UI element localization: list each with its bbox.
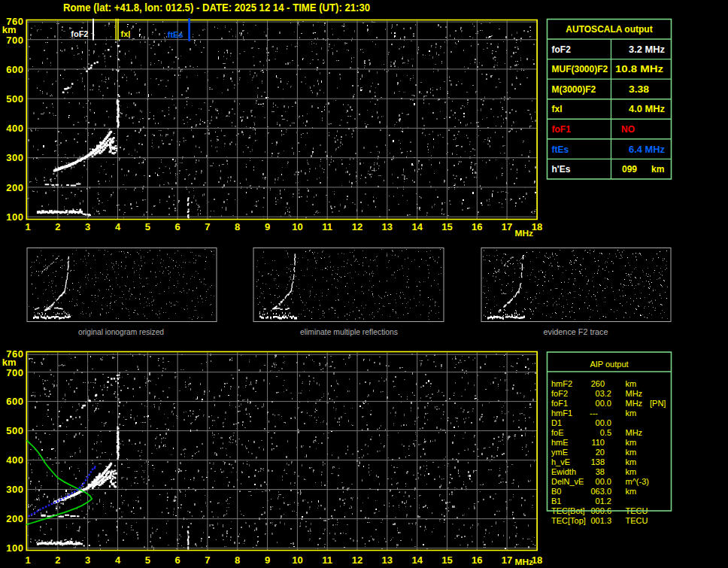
svg-text:3.2 MHz: 3.2 MHz bbox=[629, 44, 665, 55]
svg-text:foF2: foF2 bbox=[71, 29, 88, 38]
svg-text:300: 300 bbox=[6, 152, 23, 163]
svg-text:20: 20 bbox=[596, 448, 605, 457]
svg-text:MHz: MHz bbox=[515, 229, 534, 238]
svg-text:00.0: 00.0 bbox=[596, 477, 611, 486]
svg-text:200: 200 bbox=[6, 513, 23, 524]
svg-text:700: 700 bbox=[6, 35, 23, 46]
svg-text:foF2: foF2 bbox=[551, 389, 568, 398]
svg-text:3: 3 bbox=[85, 221, 90, 232]
svg-text:foF1: foF1 bbox=[552, 124, 572, 135]
svg-text:hmF2: hmF2 bbox=[551, 379, 572, 388]
svg-text:MHz: MHz bbox=[515, 558, 534, 566]
svg-text:138: 138 bbox=[591, 457, 605, 466]
svg-text:38: 38 bbox=[596, 467, 605, 476]
svg-text:6: 6 bbox=[174, 554, 180, 566]
svg-text:4: 4 bbox=[115, 221, 121, 232]
svg-text:13: 13 bbox=[382, 221, 393, 232]
svg-text:11: 11 bbox=[322, 221, 332, 232]
svg-text:300: 300 bbox=[6, 484, 23, 495]
svg-text:NO: NO bbox=[621, 124, 635, 135]
svg-text:h'Es: h'Es bbox=[552, 164, 571, 175]
svg-text:10: 10 bbox=[292, 221, 302, 232]
svg-text:MHz: MHz bbox=[626, 389, 643, 398]
svg-text:100: 100 bbox=[6, 211, 23, 223]
svg-text:01.2: 01.2 bbox=[596, 497, 611, 506]
svg-text:16: 16 bbox=[472, 221, 482, 232]
svg-text:7: 7 bbox=[205, 221, 210, 232]
svg-text:foF2: foF2 bbox=[552, 44, 572, 55]
svg-text:6: 6 bbox=[174, 221, 180, 232]
svg-text:099: 099 bbox=[622, 164, 637, 175]
svg-text:400: 400 bbox=[6, 123, 23, 134]
svg-text:7: 7 bbox=[205, 554, 210, 566]
svg-text:eliminate multiple reflections: eliminate multiple reflections bbox=[300, 327, 398, 336]
svg-text:4: 4 bbox=[115, 554, 121, 566]
svg-text:15: 15 bbox=[441, 554, 452, 566]
svg-text:110: 110 bbox=[591, 438, 605, 447]
svg-text:9: 9 bbox=[265, 554, 270, 566]
svg-text:km: km bbox=[626, 457, 637, 466]
svg-text:MUF(3000)F2: MUF(3000)F2 bbox=[552, 64, 608, 74]
svg-text:4.0 MHz: 4.0 MHz bbox=[629, 104, 665, 114]
svg-text:5: 5 bbox=[145, 221, 150, 232]
svg-text:km: km bbox=[626, 438, 637, 447]
svg-text:13: 13 bbox=[382, 554, 393, 566]
svg-text:2: 2 bbox=[55, 221, 60, 232]
svg-text:600: 600 bbox=[6, 64, 23, 75]
svg-text:9: 9 bbox=[265, 221, 270, 232]
svg-text:2: 2 bbox=[55, 554, 60, 566]
svg-text:km: km bbox=[2, 357, 17, 368]
svg-text:Rome (lat: +41.8, lon: 012.5): Rome (lat: +41.8, lon: 012.5) - DATE: 20… bbox=[63, 1, 370, 14]
svg-text:km: km bbox=[2, 24, 17, 35]
svg-text:ftEs: ftEs bbox=[168, 30, 184, 39]
svg-text:km: km bbox=[626, 467, 637, 476]
svg-text:700: 700 bbox=[6, 367, 23, 378]
svg-text:AUTOSCALA output: AUTOSCALA output bbox=[566, 24, 652, 35]
svg-text:200: 200 bbox=[6, 182, 23, 193]
svg-text:evidence F2 trace: evidence F2 trace bbox=[544, 327, 608, 336]
svg-text:14: 14 bbox=[411, 221, 423, 232]
svg-text:M(3000)F2: M(3000)F2 bbox=[552, 84, 596, 95]
svg-text:hmE: hmE bbox=[551, 438, 569, 447]
svg-text:ftEs: ftEs bbox=[552, 144, 569, 155]
svg-text:B0: B0 bbox=[551, 487, 561, 496]
svg-text:km: km bbox=[626, 448, 637, 457]
svg-text:16: 16 bbox=[472, 554, 482, 566]
svg-text:15: 15 bbox=[441, 221, 452, 232]
svg-text:063.0: 063.0 bbox=[590, 487, 611, 496]
svg-text:TEC[Top]: TEC[Top] bbox=[551, 516, 586, 525]
svg-text:1: 1 bbox=[25, 221, 30, 232]
svg-text:D1: D1 bbox=[551, 418, 562, 427]
svg-text:DelN_vE: DelN_vE bbox=[551, 477, 584, 486]
svg-text:260: 260 bbox=[591, 379, 605, 388]
svg-text:km: km bbox=[651, 164, 664, 175]
svg-text:3: 3 bbox=[85, 554, 90, 566]
svg-text:10.8 MHz: 10.8 MHz bbox=[615, 64, 663, 74]
svg-text:km: km bbox=[626, 409, 637, 418]
svg-text:5: 5 bbox=[145, 554, 150, 566]
svg-text:foF1: foF1 bbox=[551, 399, 568, 408]
svg-text:400: 400 bbox=[6, 454, 23, 466]
svg-text:500: 500 bbox=[6, 425, 23, 436]
svg-text:12: 12 bbox=[352, 554, 362, 566]
svg-text:km: km bbox=[626, 487, 637, 496]
svg-text:12: 12 bbox=[352, 221, 362, 232]
svg-text:---: --- bbox=[590, 409, 598, 418]
svg-text:3.38: 3.38 bbox=[629, 84, 649, 95]
svg-text:8: 8 bbox=[235, 554, 240, 566]
svg-text:14: 14 bbox=[411, 554, 423, 566]
svg-text:0.5: 0.5 bbox=[600, 428, 611, 437]
svg-text:8: 8 bbox=[235, 221, 240, 232]
svg-text:03.2: 03.2 bbox=[596, 389, 611, 398]
svg-text:hmF1: hmF1 bbox=[551, 409, 572, 418]
svg-text:10: 10 bbox=[292, 554, 302, 566]
svg-text:17: 17 bbox=[502, 221, 512, 232]
svg-text:11: 11 bbox=[322, 554, 332, 566]
svg-text:17: 17 bbox=[502, 554, 512, 566]
svg-text:fxl: fxl bbox=[552, 104, 563, 114]
svg-text:AIP output: AIP output bbox=[590, 360, 628, 369]
svg-text:original ionogram resized: original ionogram resized bbox=[78, 327, 164, 336]
svg-text:fxl: fxl bbox=[121, 29, 131, 38]
svg-text:600: 600 bbox=[6, 396, 23, 407]
svg-text:B1: B1 bbox=[551, 497, 561, 506]
